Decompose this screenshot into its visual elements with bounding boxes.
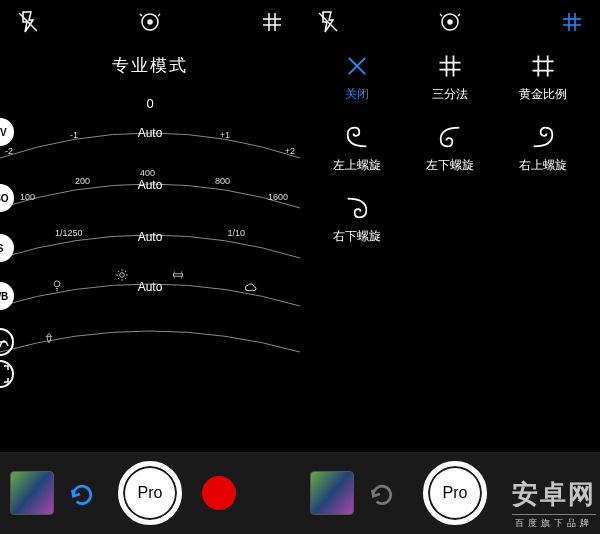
undo-icon[interactable] bbox=[364, 476, 398, 510]
grid-option-spiral-tl[interactable]: 左上螺旋 bbox=[312, 123, 401, 174]
watermark-subtitle: 百度旗下品牌 bbox=[512, 514, 596, 530]
record-button[interactable] bbox=[202, 476, 236, 510]
iso-tick: 100 bbox=[20, 192, 35, 202]
grid-option-spiral-tr[interactable]: 右上螺旋 bbox=[499, 123, 588, 174]
spiral-bl-icon bbox=[436, 123, 464, 151]
grid-option-label: 三分法 bbox=[432, 86, 468, 103]
dials-area: 0 -2 -1 +1 +2 Auto EV 100 200 400 800 16… bbox=[0, 100, 300, 444]
grid-option-golden[interactable]: 黄金比例 bbox=[499, 52, 588, 103]
grid-option-spiral-br[interactable]: 右下螺旋 bbox=[312, 194, 401, 245]
grid-thirds-icon bbox=[436, 52, 464, 80]
wb-dial[interactable]: Auto WB bbox=[0, 254, 300, 308]
top-toolbar bbox=[0, 0, 300, 44]
shutter-value: Auto bbox=[0, 178, 300, 192]
svg-point-8 bbox=[448, 20, 452, 24]
svg-rect-5 bbox=[173, 274, 182, 276]
af-dial[interactable] bbox=[0, 302, 300, 354]
focus-bracket-knob[interactable] bbox=[0, 360, 14, 388]
svg-point-2 bbox=[148, 20, 152, 24]
grid-option-label: 黄金比例 bbox=[519, 86, 567, 103]
pro-mode-screen: 专业模式 0 -2 -1 +1 +2 Auto EV 100 200 400 8… bbox=[0, 0, 300, 534]
shutter-dial[interactable]: 1/1250 1/10 Auto S bbox=[0, 204, 300, 260]
grid-option-label: 左下螺旋 bbox=[426, 157, 474, 174]
grid-option-off[interactable]: 关闭 bbox=[312, 52, 401, 103]
bottom-bar: Pro bbox=[0, 452, 300, 534]
timer-icon[interactable] bbox=[138, 10, 162, 34]
gallery-thumb[interactable] bbox=[310, 471, 354, 515]
flash-off-icon[interactable] bbox=[16, 10, 40, 34]
top-toolbar bbox=[300, 0, 600, 44]
grid-option-label: 右下螺旋 bbox=[333, 228, 381, 245]
spiral-tl-icon bbox=[343, 123, 371, 151]
macro-icon bbox=[42, 330, 56, 344]
undo-icon[interactable] bbox=[64, 476, 98, 510]
grid-icon[interactable] bbox=[560, 10, 584, 34]
shutter-button[interactable]: Pro bbox=[118, 461, 182, 525]
timer-icon[interactable] bbox=[438, 10, 462, 34]
grid-icon[interactable] bbox=[260, 10, 284, 34]
ev-value: 0 bbox=[0, 96, 300, 111]
watermark: 安卓网 百度旗下品牌 bbox=[512, 477, 596, 530]
grid-option-label: 左上螺旋 bbox=[333, 157, 381, 174]
grid-overlay-screen: 关闭 三分法 黄金比例 左上螺旋 左下螺旋 右上螺旋 右下螺旋 Pro bbox=[300, 0, 600, 534]
grid-option-label: 右上螺旋 bbox=[519, 157, 567, 174]
grid-option-spiral-bl[interactable]: 左下螺旋 bbox=[405, 123, 494, 174]
svg-point-4 bbox=[120, 273, 125, 278]
close-icon bbox=[343, 52, 371, 80]
grid-option-label: 关闭 bbox=[345, 86, 369, 103]
spiral-tr-icon bbox=[529, 123, 557, 151]
spiral-br-icon bbox=[343, 194, 371, 222]
grid-option-thirds[interactable]: 三分法 bbox=[405, 52, 494, 103]
iso-value: Auto bbox=[0, 126, 300, 140]
iso-tick: 400 bbox=[140, 168, 155, 178]
metering-dial[interactable] bbox=[0, 350, 300, 390]
grid-golden-icon bbox=[529, 52, 557, 80]
iso-tick: 1600 bbox=[268, 192, 288, 202]
gallery-thumb[interactable] bbox=[10, 471, 54, 515]
iso-dial[interactable]: 100 200 400 800 1600 Auto ISO bbox=[0, 152, 300, 210]
grid-options: 关闭 三分法 黄金比例 左上螺旋 左下螺旋 右上螺旋 右下螺旋 bbox=[312, 52, 588, 245]
ev-dial[interactable]: 0 -2 -1 +1 +2 Auto EV bbox=[0, 100, 300, 160]
wb-value: Auto bbox=[0, 230, 300, 244]
flash-off-icon[interactable] bbox=[316, 10, 340, 34]
af-value: Auto bbox=[0, 280, 300, 294]
shutter-button[interactable]: Pro bbox=[423, 461, 487, 525]
mode-title: 专业模式 bbox=[0, 54, 300, 77]
watermark-title: 安卓网 bbox=[512, 477, 596, 512]
